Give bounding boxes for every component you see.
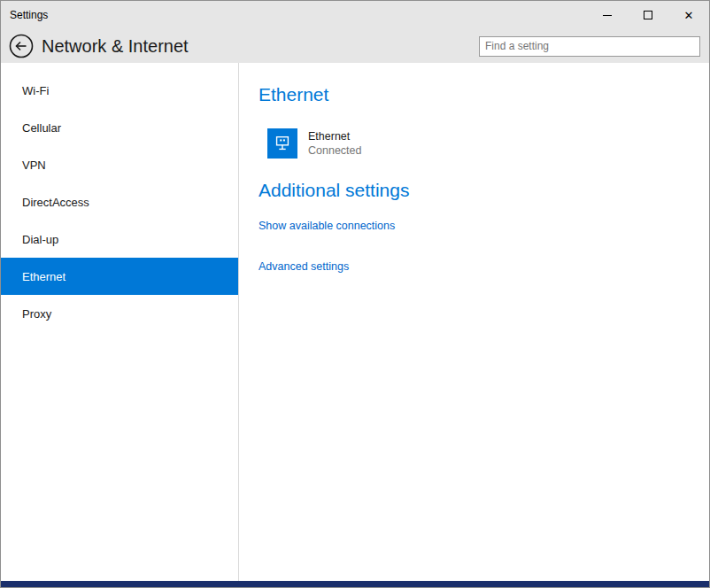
- advanced-settings-link[interactable]: Advanced settings: [259, 260, 349, 273]
- close-icon: ✕: [684, 10, 694, 21]
- sidebar-item-wifi[interactable]: Wi-Fi: [1, 72, 238, 109]
- title-bar[interactable]: Settings ✕: [1, 1, 709, 29]
- additional-settings-heading: Additional settings: [259, 180, 709, 201]
- sidebar-item-directaccess[interactable]: DirectAccess: [1, 183, 238, 220]
- connection-status: Connected: [308, 144, 361, 157]
- search-input[interactable]: [479, 36, 700, 57]
- ethernet-connection-text: Ethernet Connected: [308, 130, 361, 157]
- close-button[interactable]: ✕: [668, 1, 709, 29]
- sidebar-item-vpn[interactable]: VPN: [1, 146, 238, 183]
- maximize-button[interactable]: [628, 1, 668, 29]
- window-body: Wi-Fi Cellular VPN DirectAccess Dial-up …: [1, 63, 709, 581]
- ethernet-connection-item[interactable]: Ethernet Connected: [267, 128, 709, 159]
- window-title: Settings: [1, 9, 587, 21]
- sidebar-item-ethernet[interactable]: Ethernet: [1, 258, 238, 295]
- minimize-button[interactable]: [587, 1, 628, 29]
- ethernet-section-heading: Ethernet: [259, 84, 709, 105]
- back-arrow-icon: [9, 34, 34, 58]
- window-bottom-border: [1, 581, 709, 587]
- sidebar-nav: Wi-Fi Cellular VPN DirectAccess Dial-up …: [1, 63, 238, 581]
- back-button[interactable]: [8, 33, 35, 59]
- settings-window: Settings ✕ Network & Internet: [0, 0, 710, 588]
- page-header: Network & Internet: [1, 29, 709, 63]
- show-available-connections-link[interactable]: Show available connections: [259, 220, 395, 232]
- maximize-icon: [644, 11, 652, 19]
- sidebar-item-dialup[interactable]: Dial-up: [1, 220, 238, 258]
- connection-name: Ethernet: [308, 130, 361, 143]
- minimize-icon: [603, 15, 612, 16]
- main-content: Ethernet Ethernet Connected Additio: [239, 63, 709, 581]
- sidebar-item-cellular[interactable]: Cellular: [1, 109, 238, 146]
- ethernet-icon: [267, 128, 297, 159]
- window-controls: ✕: [587, 1, 709, 29]
- sidebar-item-proxy[interactable]: Proxy: [1, 295, 238, 332]
- page-title: Network & Internet: [42, 36, 479, 57]
